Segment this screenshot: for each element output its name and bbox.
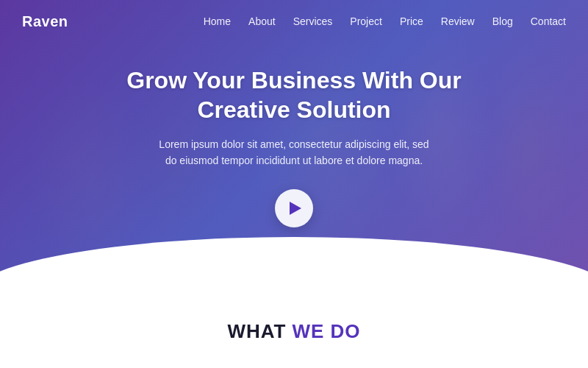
hero-title: Grow Your Business With Our Creative Sol… (118, 66, 470, 124)
nav-list: Home About Services Project Price Review… (204, 15, 566, 28)
main-nav: Home About Services Project Price Review… (204, 15, 566, 28)
nav-link-price[interactable]: Price (400, 15, 423, 27)
nav-item-blog[interactable]: Blog (492, 15, 513, 28)
nav-link-services[interactable]: Services (293, 15, 333, 27)
what-we-do-prefix: WHAT (227, 320, 286, 342)
what-we-do-heading: WHATWE DO (227, 320, 360, 343)
hero-section: Raven Home About Services Project Price … (0, 0, 588, 294)
nav-item-about[interactable]: About (248, 15, 276, 28)
nav-item-price[interactable]: Price (400, 15, 423, 28)
nav-link-project[interactable]: Project (350, 15, 382, 27)
nav-link-review[interactable]: Review (441, 15, 475, 27)
nav-link-home[interactable]: Home (204, 15, 231, 27)
what-we-do-accent: WE DO (292, 320, 360, 342)
nav-link-blog[interactable]: Blog (492, 15, 513, 27)
site-header: Raven Home About Services Project Price … (0, 0, 588, 43)
play-icon (290, 202, 301, 215)
nav-item-project[interactable]: Project (350, 15, 382, 28)
nav-item-contact[interactable]: Contact (531, 15, 566, 28)
nav-link-contact[interactable]: Contact (531, 15, 566, 27)
nav-item-review[interactable]: Review (441, 15, 475, 28)
nav-item-home[interactable]: Home (204, 15, 231, 28)
nav-item-services[interactable]: Services (293, 15, 333, 28)
hero-content: Grow Your Business With Our Creative Sol… (0, 0, 588, 294)
hero-subtitle: Lorem ipsum dolor sit amet, consectetur … (154, 136, 434, 169)
play-button[interactable] (275, 189, 313, 227)
what-we-do-section: WHATWE DO (0, 294, 588, 368)
site-logo: Raven (22, 13, 68, 30)
nav-link-about[interactable]: About (248, 15, 276, 27)
